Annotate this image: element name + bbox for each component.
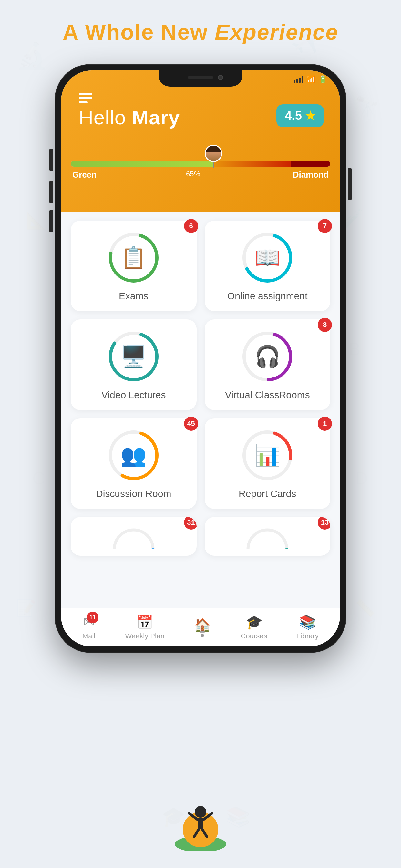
svg-point-26 [114,530,153,549]
progress-track [71,161,330,166]
svg-point-27 [114,530,153,549]
greeting: Hello Mary [79,106,180,129]
video-lectures-icon-circle: 🖥️ [108,331,159,382]
virtual-classrooms-label: Virtual ClassRooms [225,390,310,400]
rating-star-icon: ★ [305,109,315,123]
partial-card-2-badge: 13 [318,517,330,530]
nav-library[interactable]: 📚 Library [297,614,319,640]
report-cards-icon: 📊 [254,443,281,468]
virtual-classrooms-card[interactable]: 8 🎧 Virtual ClassRooms [205,319,331,410]
nav-weekly-plan[interactable]: 📅 Weekly Plan [125,614,165,640]
report-cards-icon-circle: 📊 [242,430,293,481]
home-dot [201,634,204,637]
report-cards-badge: 1 [318,416,332,431]
online-assignment-icon-circle: 📖 [242,232,293,283]
progress-pin [213,162,214,168]
video-lectures-card[interactable]: 🖥️ Video Lectures [71,319,197,410]
bottom-nav: ✉ 11 Mail 📅 Weekly Plan 🏠 🎓 Courses 📚 Li… [61,608,340,647]
virtual-classrooms-icon-circle: 🎧 [242,331,293,382]
partial-card-1[interactable]: 31 [71,517,197,556]
partial-card-2[interactable]: 13 [205,517,331,556]
weekly-plan-icon: 📅 [136,614,153,630]
header-area: 📶 🔋 Hello Mary 4.5 ★ [61,70,340,213]
svg-text:📝: 📝 [16,598,36,618]
progress-marker [205,145,222,168]
hamburger-menu[interactable] [79,93,92,103]
progress-label-diamond: Diamond [293,170,329,180]
svg-point-32 [195,806,206,817]
discussion-room-icon: 👥 [120,443,147,468]
discussion-room-badge: 45 [184,416,198,431]
exams-label: Exams [119,290,149,302]
nav-home[interactable]: 🏠 [194,617,211,637]
online-assignment-card[interactable]: 7 📖 Online assignment [205,221,331,311]
progress-label-green: Green [72,170,96,180]
home-icon: 🏠 [194,617,211,633]
online-assignment-badge: 7 [318,219,332,233]
report-cards-card[interactable]: 1 📊 Report Cards [205,418,331,509]
cards-grid: 6 📋 Exams 7 [71,221,330,509]
online-assignment-icon: 📖 [254,245,281,270]
progress-green-segment [71,161,213,166]
progress-red-segment [291,161,330,166]
online-assignment-label: Online assignment [227,290,307,302]
signal-icon [294,76,303,83]
library-label: Library [297,632,319,640]
exams-icon-circle: 📋 [108,232,159,283]
exams-card[interactable]: 6 📋 Exams [71,221,197,311]
mail-label: Mail [82,632,95,640]
svg-text:B: B [349,339,361,359]
progress-pct-label: 65% [186,170,200,180]
avatar [205,145,222,162]
svg-text:📐: 📐 [26,211,46,230]
video-lectures-label: Video Lectures [101,390,166,400]
rating-badge: 4.5 ★ [276,104,324,127]
discussion-room-label: Discussion Room [96,488,171,499]
svg-text:🔬: 🔬 [16,40,49,71]
svg-text:D: D [355,468,368,488]
nav-courses[interactable]: 🎓 Courses [241,614,267,640]
courses-icon: 🎓 [246,614,263,630]
video-lectures-icon: 🖥️ [120,344,147,369]
partial-card-1-badge: 31 [184,517,197,530]
progress-orange-segment [213,161,291,166]
phone-screen: 📶 🔋 Hello Mary 4.5 ★ [61,70,340,647]
exams-badge: 6 [184,219,198,233]
page-title: A Whole New Experience [0,20,401,44]
library-icon: 📚 [299,614,316,630]
notch [158,70,243,87]
discussion-room-icon-circle: 👥 [108,430,159,481]
progress-area: Green 65% Diamond [71,161,330,180]
report-cards-label: Report Cards [239,488,296,499]
phone-frame: 📶 🔋 Hello Mary 4.5 ★ [55,65,346,652]
main-content: 6 📋 Exams 7 [61,213,340,608]
svg-text:📏: 📏 [355,598,375,618]
notch-camera [218,75,223,80]
svg-point-29 [248,530,287,549]
nav-mail[interactable]: ✉ 11 Mail [82,614,95,640]
virtual-classrooms-badge: 8 [318,318,332,332]
notch-speaker [188,76,213,79]
partial-cards-row: 31 13 [71,517,330,556]
svg-point-28 [248,530,287,549]
svg-text:🔭: 🔭 [355,95,379,118]
discussion-room-card[interactable]: 45 👥 Discussion Room [71,418,197,509]
weekly-plan-label: Weekly Plan [125,632,165,640]
mail-badge: 11 [87,612,98,623]
courses-label: Courses [241,632,267,640]
avatar-hair [206,146,221,152]
virtual-classrooms-icon: 🎧 [254,344,281,369]
status-icons: 📶 🔋 [294,75,327,84]
exams-icon: 📋 [120,245,147,270]
mascot [168,779,233,852]
svg-text:C: C [32,468,45,488]
